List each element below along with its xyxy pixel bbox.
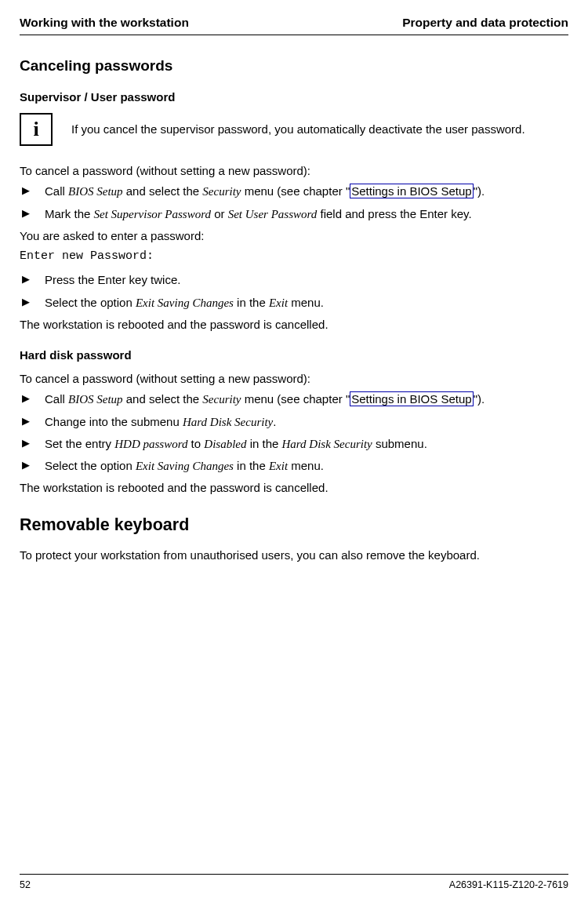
step-text: Change into the submenu Hard Disk Securi… <box>45 414 568 430</box>
heading-removable-keyboard: Removable keyboard <box>20 515 568 535</box>
subheading-hard-disk: Hard disk password <box>20 348 568 362</box>
step-item: ▶ Call BIOS Setup and select the Securit… <box>20 391 568 407</box>
link-settings-bios-2[interactable]: Settings in BIOS Setup <box>350 391 473 406</box>
step-text: Mark the Set Supervisor Password or Set … <box>45 206 568 222</box>
step-text: Call BIOS Setup and select the Security … <box>45 184 568 199</box>
step-text: Select the option Exit Saving Changes in… <box>45 458 568 474</box>
step-list-3: ▶ Call BIOS Setup and select the Securit… <box>20 391 568 474</box>
bullet-marker-icon: ▶ <box>20 184 45 198</box>
bullet-marker-icon: ▶ <box>20 436 45 450</box>
info-icon: i <box>20 113 53 146</box>
bullet-marker-icon: ▶ <box>20 295 45 309</box>
step-item: ▶ Select the option Exit Saving Changes … <box>20 295 568 311</box>
reboot-para-2: The workstation is rebooted and the pass… <box>20 480 568 496</box>
step-text: Press the Enter key twice. <box>45 272 568 288</box>
page-footer: 52 A26391-K115-Z120-2-7619 <box>0 874 588 890</box>
heading-canceling-passwords: Canceling passwords <box>20 57 568 75</box>
document-id: A26391-K115-Z120-2-7619 <box>449 879 568 890</box>
page-number: 52 <box>20 879 31 890</box>
link-settings-bios-1[interactable]: Settings in BIOS Setup <box>350 184 473 198</box>
step-item: ▶ Change into the submenu Hard Disk Secu… <box>20 414 568 430</box>
bullet-marker-icon: ▶ <box>20 414 45 428</box>
step-text: Set the entry HDD password to Disabled i… <box>45 436 568 452</box>
step-text: Call BIOS Setup and select the Security … <box>45 391 568 407</box>
step-list-2: ▶ Press the Enter key twice. ▶ Select th… <box>20 272 568 311</box>
step-item: ▶ Select the option Exit Saving Changes … <box>20 458 568 474</box>
reboot-para-1: The workstation is rebooted and the pass… <box>20 317 568 333</box>
step-text: Select the option Exit Saving Changes in… <box>45 295 568 311</box>
footer-rule <box>20 874 568 875</box>
header-rule <box>20 35 568 35</box>
mono-prompt: Enter new Password: <box>20 249 568 264</box>
info-note: i If you cancel the supervisor password,… <box>20 113 568 146</box>
header-right: Property and data protection <box>402 16 568 30</box>
step-item: ▶ Press the Enter key twice. <box>20 272 568 288</box>
step-item: ▶ Call BIOS Setup and select the Securit… <box>20 184 568 199</box>
bullet-marker-icon: ▶ <box>20 391 45 406</box>
info-text: If you cancel the supervisor password, y… <box>71 122 525 137</box>
bullet-marker-icon: ▶ <box>20 272 45 286</box>
page-header: Working with the workstation Property an… <box>20 16 568 30</box>
step-item: ▶ Mark the Set Supervisor Password or Se… <box>20 206 568 222</box>
step-item: ▶ Set the entry HDD password to Disabled… <box>20 436 568 452</box>
step-list-1: ▶ Call BIOS Setup and select the Securit… <box>20 184 568 222</box>
intro-para-2: To cancel a password (without setting a … <box>20 371 568 387</box>
keyboard-para: To protect your workstation from unautho… <box>20 548 568 563</box>
header-left: Working with the workstation <box>20 16 189 30</box>
intro-para-1: To cancel a password (without setting a … <box>20 163 568 179</box>
bullet-marker-icon: ▶ <box>20 206 45 220</box>
bullet-marker-icon: ▶ <box>20 458 45 472</box>
asked-para: You are asked to enter a password: <box>20 228 568 244</box>
subheading-supervisor-user: Supervisor / User password <box>20 90 568 104</box>
